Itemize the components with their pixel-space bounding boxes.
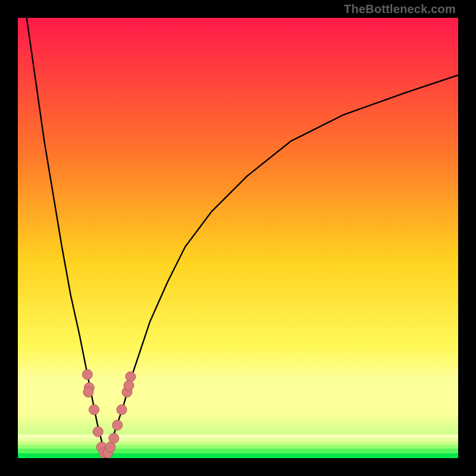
chart-frame: TheBottleneck.com (0, 0, 476, 476)
plot-area (18, 18, 458, 458)
data-dot (82, 369, 92, 380)
curve-left-branch (27, 18, 106, 458)
data-dot (112, 420, 123, 430)
data-dot (109, 433, 119, 443)
data-dot (117, 405, 127, 415)
data-dot (89, 405, 99, 415)
watermark-text: TheBottleneck.com (344, 2, 456, 16)
data-dots (82, 369, 136, 458)
data-dot (83, 387, 93, 397)
curve-right-branch (106, 75, 458, 458)
data-dot (93, 427, 103, 437)
data-dot (124, 380, 134, 390)
data-dot (126, 372, 136, 382)
curve-layer (18, 18, 458, 458)
